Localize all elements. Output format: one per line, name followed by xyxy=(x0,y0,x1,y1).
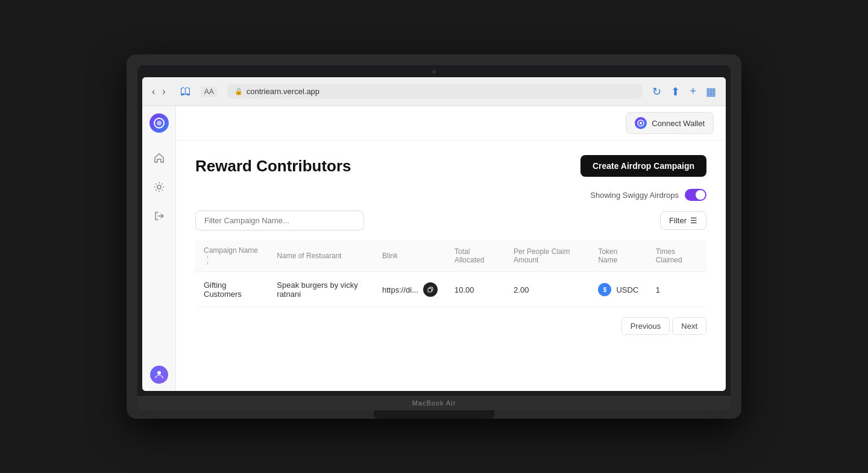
campaigns-table: Campaign Name Name of Restuarant Blink T… xyxy=(195,240,706,308)
svg-rect-6 xyxy=(428,288,432,292)
lock-icon: 🔒 xyxy=(234,87,243,95)
trackpad xyxy=(374,410,494,419)
filter-label: Filter xyxy=(669,216,687,225)
blink-url-text: https://di... xyxy=(382,285,418,294)
forward-button[interactable]: › xyxy=(162,86,165,97)
table-header: Campaign Name Name of Restuarant Blink T… xyxy=(195,240,706,272)
reader-mode-btn[interactable]: AA xyxy=(201,86,218,97)
next-button[interactable]: Next xyxy=(672,317,706,335)
filter-button[interactable]: Filter ☰ xyxy=(660,211,706,230)
col-restaurant-name: Name of Restuarant xyxy=(268,240,374,272)
cell-total-allocated: 10.00 xyxy=(446,272,505,308)
svg-point-2 xyxy=(157,185,161,189)
url-bar[interactable]: 🔒 contriearn.vercel.app xyxy=(227,84,643,99)
pagination: Previous Next xyxy=(195,308,706,340)
swiggy-airdrops-toggle[interactable] xyxy=(685,189,706,201)
col-total-allocated: Total Allocated xyxy=(446,240,505,272)
svg-point-5 xyxy=(640,122,642,124)
user-avatar[interactable] xyxy=(150,366,168,384)
showing-toggle-label: Showing Swiggy Airdrops xyxy=(590,189,706,201)
connect-wallet-button[interactable]: Connect Wallet xyxy=(626,112,714,134)
page-title: Reward Contributors xyxy=(195,157,351,176)
bookmarks-icon[interactable]: 🕮 xyxy=(180,85,191,98)
connect-wallet-label: Connect Wallet xyxy=(652,119,705,128)
cell-blink: https://di... xyxy=(374,272,446,308)
cell-per-people: 2.00 xyxy=(505,272,590,308)
filter-row: Showing Swiggy Airdrops xyxy=(195,189,706,201)
tabs-button[interactable]: ▦ xyxy=(706,85,716,98)
cell-restaurant-name: Speak burgers by vicky ratnani xyxy=(268,272,374,308)
page-header: Reward Contributors Create Airdrop Campa… xyxy=(195,155,706,177)
wallet-icon xyxy=(635,117,647,129)
sort-icon-campaign xyxy=(206,255,209,265)
sidebar xyxy=(142,106,176,391)
new-tab-button[interactable]: + xyxy=(690,85,696,98)
app-layout: Connect Wallet Reward Contributors Creat… xyxy=(142,106,726,391)
macbook-label: MacBook Air xyxy=(412,399,456,407)
cell-campaign-name: Gifting Customers xyxy=(195,272,268,308)
main-content: Connect Wallet Reward Contributors Creat… xyxy=(176,106,726,391)
browser-actions: ↻ ⬆ + ▦ xyxy=(652,85,716,98)
filter-search-row: Filter ☰ xyxy=(195,211,706,230)
browser-bar: ‹ › 🕮 AA 🔒 contriearn.vercel.app ↻ ⬆ + ▦ xyxy=(142,77,726,106)
cell-times-claimed: 1 xyxy=(647,272,706,308)
svg-point-3 xyxy=(157,371,161,375)
col-per-people: Per People Claim Amount xyxy=(505,240,590,272)
topbar: Connect Wallet xyxy=(176,106,726,141)
share-button[interactable]: ⬆ xyxy=(671,85,680,98)
col-times-claimed: Times Claimed xyxy=(647,240,706,272)
copy-blink-button[interactable] xyxy=(423,282,438,297)
campaign-name-filter-input[interactable] xyxy=(195,211,364,230)
token-name-text: USDC xyxy=(616,285,638,294)
svg-point-1 xyxy=(157,121,162,125)
url-text: contriearn.vercel.app xyxy=(247,87,319,96)
token-icon: $ xyxy=(598,283,611,296)
camera-notch xyxy=(432,70,436,74)
col-campaign-name[interactable]: Campaign Name xyxy=(195,240,268,272)
page-body: Reward Contributors Create Airdrop Campa… xyxy=(176,141,726,354)
table-row: Gifting Customers Speak burgers by vicky… xyxy=(195,272,706,308)
table-body: Gifting Customers Speak burgers by vicky… xyxy=(195,272,706,308)
sidebar-item-settings[interactable] xyxy=(151,179,168,195)
previous-button[interactable]: Previous xyxy=(621,317,670,335)
reload-button[interactable]: ↻ xyxy=(652,85,661,98)
col-blink: Blink xyxy=(374,240,446,272)
col-token-name: Token Name xyxy=(590,240,647,272)
macbook-bottom-bar: MacBook Air xyxy=(137,396,731,410)
back-button[interactable]: ‹ xyxy=(152,86,155,97)
app-logo[interactable] xyxy=(149,113,169,133)
cell-token-name: $ USDC xyxy=(590,272,647,308)
browser-navigation: ‹ › xyxy=(152,86,166,97)
create-airdrop-campaign-button[interactable]: Create Airdrop Campaign xyxy=(580,155,706,177)
sidebar-item-home[interactable] xyxy=(151,150,168,167)
sidebar-item-logout[interactable] xyxy=(151,208,168,224)
filter-icon: ☰ xyxy=(690,216,697,225)
